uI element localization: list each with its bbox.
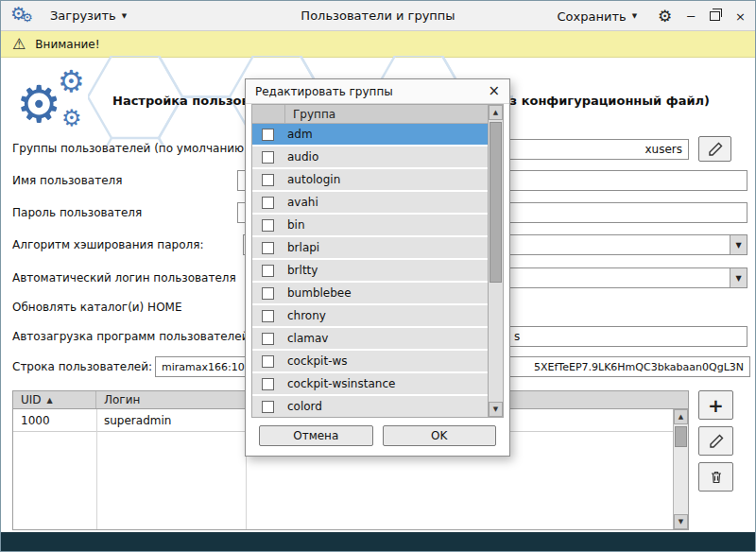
group-list-item[interactable]: clamav (252, 328, 488, 349)
group-name: brlapi (287, 241, 319, 254)
group-checkbox[interactable] (262, 401, 274, 413)
userline-value-left: miramax166:10 (162, 361, 245, 373)
minimize-button[interactable]: ─ (687, 10, 695, 23)
group-list-item[interactable]: bumblebee (252, 283, 488, 303)
group-name: brltty (287, 264, 318, 277)
group-list-item[interactable]: cockpit-wsinstance (252, 373, 488, 394)
warning-text: Внимание! (35, 38, 99, 51)
add-user-button[interactable]: + (698, 390, 733, 420)
update-home-label: Обновлять каталог(и) HOME (12, 301, 182, 314)
scroll-up-icon[interactable]: ▲ (674, 409, 688, 424)
sort-ascending-icon: ▲ (47, 396, 53, 405)
group-list-item[interactable]: adm (252, 124, 488, 145)
group-column-header[interactable]: Группа (284, 105, 335, 123)
pencil-icon (708, 142, 723, 157)
group-checkbox[interactable] (262, 355, 274, 368)
group-name: adm (287, 128, 313, 141)
cancel-button[interactable]: Отмена (259, 425, 373, 446)
default-groups-value-tail: xusers (644, 143, 682, 156)
table-scrollbar[interactable]: ▲ ▼ (673, 409, 688, 529)
chevron-down-icon[interactable]: ▼ (730, 235, 747, 254)
column-header-login[interactable]: Логин (96, 391, 246, 408)
scroll-down-icon[interactable]: ▼ (674, 514, 688, 529)
scrollbar-thumb[interactable] (675, 426, 687, 447)
scrollbar-thumb[interactable] (490, 122, 502, 283)
group-checkbox[interactable] (262, 378, 274, 390)
dialog-close-button[interactable]: × (488, 84, 500, 98)
column-separator (96, 409, 97, 529)
edit-groups-dialog: Редактировать группы × Группа adm audio … (245, 78, 510, 457)
app-window: ⚙ ⚙ Загрузить ▼ Пользователи и группы Со… (0, 0, 756, 552)
dialog-titlebar: Редактировать группы × (246, 79, 509, 104)
group-checkbox[interactable] (262, 219, 274, 232)
dialog-scrollbar[interactable]: ▲ ▼ (488, 105, 503, 417)
gear-icon: ⚙ (61, 105, 82, 131)
group-list-item[interactable]: autologin (252, 169, 488, 190)
group-name: audio (287, 150, 318, 164)
save-menu-button[interactable]: Сохранить ▼ (552, 6, 644, 27)
group-list-item[interactable]: brlapi (252, 237, 488, 258)
maximize-button[interactable] (710, 11, 720, 21)
edit-user-button[interactable] (698, 426, 733, 456)
pencil-icon (709, 434, 724, 449)
group-name: clamav (287, 332, 328, 345)
cell-uid: 1000 (13, 409, 96, 431)
group-list-item[interactable]: colord (252, 396, 488, 417)
group-checkbox[interactable] (262, 242, 274, 254)
warning-banner: ⚠ Внимание! (1, 31, 755, 58)
column-header-uid[interactable]: UID ▲ (13, 391, 96, 408)
warning-icon: ⚠ (12, 35, 26, 53)
group-checkbox[interactable] (262, 287, 274, 300)
ok-button[interactable]: OK (383, 425, 497, 446)
edit-default-groups-button[interactable] (698, 136, 731, 162)
settings-gear-icon[interactable]: ⚙ (658, 7, 672, 26)
groups-list: Группа adm audio autologin avahi bin (251, 104, 504, 418)
userline-value-right: 5XEfTeEP7.9LK6HmQC3bkabaan0QgL3N (534, 361, 744, 373)
gear-icon: ⚙ (58, 63, 85, 99)
chevron-down-icon[interactable]: ▼ (730, 268, 747, 287)
password-label: Пароль пользователя (12, 206, 142, 219)
group-list-item[interactable]: avahi (252, 192, 488, 213)
status-bar (1, 532, 755, 551)
group-checkbox[interactable] (262, 197, 274, 209)
autostart-value-tail: s (514, 330, 520, 343)
group-checkbox[interactable] (262, 174, 274, 186)
groups-list-header: Группа (252, 105, 488, 124)
group-name: avahi (287, 196, 318, 209)
toolbar: ⚙ ⚙ Загрузить ▼ Пользователи и группы Со… (1, 1, 755, 31)
group-list-item[interactable]: brltty (252, 260, 488, 281)
group-list-item[interactable]: audio (252, 147, 488, 167)
group-list-item[interactable]: chrony (252, 305, 488, 326)
chevron-down-icon: ▼ (632, 12, 637, 20)
group-name: chrony (287, 309, 326, 322)
group-checkbox[interactable] (262, 265, 274, 277)
group-name: colord (287, 400, 322, 413)
userline-label: Строка пользователей: (12, 360, 152, 373)
group-name: cockpit-ws (287, 354, 348, 368)
group-name: bumblebee (287, 286, 352, 300)
autostart-label: Автозагрузка программ пользователей (12, 330, 249, 343)
group-list-item[interactable]: bin (252, 215, 488, 235)
group-checkbox[interactable] (262, 129, 274, 141)
group-checkbox[interactable] (262, 151, 274, 164)
group-name: bin (287, 218, 305, 232)
group-list-item[interactable]: cockpit-ws (252, 351, 488, 371)
save-menu-label: Сохранить (558, 9, 627, 24)
scroll-down-icon[interactable]: ▼ (489, 402, 503, 417)
delete-user-button[interactable] (698, 462, 733, 492)
trash-icon (709, 470, 724, 485)
default-groups-label: Группы пользователей (по умолчанию) (12, 142, 249, 155)
close-window-button[interactable]: × (735, 10, 746, 23)
group-checkbox[interactable] (262, 333, 274, 345)
username-label: Имя пользователя (12, 174, 122, 187)
cell-login: superadmin (96, 409, 246, 431)
group-name: autologin (287, 173, 340, 186)
scroll-up-icon[interactable]: ▲ (489, 105, 503, 120)
group-checkbox[interactable] (262, 310, 274, 322)
group-name: cockpit-wsinstance (287, 377, 395, 390)
app-logo-gears-icon: ⚙ ⚙ ⚙ (16, 67, 103, 139)
dialog-title: Редактировать группы (255, 85, 393, 98)
gear-icon: ⚙ (16, 75, 61, 134)
autologin-label: Автоматический логин пользователя (12, 271, 236, 285)
hash-algorithm-label: Алгоритм хэширования пароля: (12, 238, 203, 251)
